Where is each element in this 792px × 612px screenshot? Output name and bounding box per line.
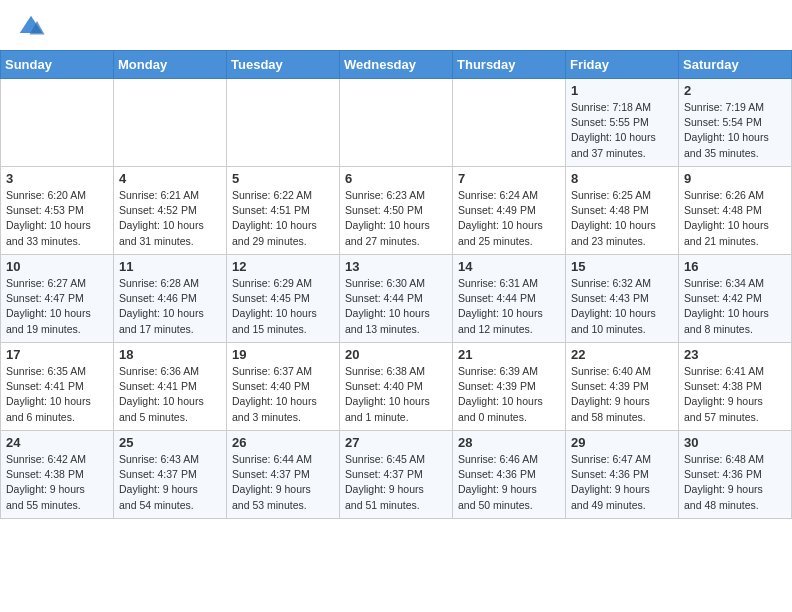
day-cell: 9Sunrise: 6:26 AM Sunset: 4:48 PM Daylig… xyxy=(679,167,792,255)
week-row-1: 1Sunrise: 7:18 AM Sunset: 5:55 PM Daylig… xyxy=(1,79,792,167)
day-number: 21 xyxy=(458,347,560,362)
day-number: 10 xyxy=(6,259,108,274)
day-cell xyxy=(1,79,114,167)
day-number: 14 xyxy=(458,259,560,274)
day-cell: 21Sunrise: 6:39 AM Sunset: 4:39 PM Dayli… xyxy=(453,343,566,431)
day-number: 6 xyxy=(345,171,447,186)
day-number: 1 xyxy=(571,83,673,98)
day-info: Sunrise: 6:26 AM Sunset: 4:48 PM Dayligh… xyxy=(684,188,786,249)
day-cell: 18Sunrise: 6:36 AM Sunset: 4:41 PM Dayli… xyxy=(114,343,227,431)
day-info: Sunrise: 6:30 AM Sunset: 4:44 PM Dayligh… xyxy=(345,276,447,337)
col-header-saturday: Saturday xyxy=(679,51,792,79)
day-cell: 15Sunrise: 6:32 AM Sunset: 4:43 PM Dayli… xyxy=(566,255,679,343)
day-number: 30 xyxy=(684,435,786,450)
day-number: 18 xyxy=(119,347,221,362)
day-info: Sunrise: 6:42 AM Sunset: 4:38 PM Dayligh… xyxy=(6,452,108,513)
day-number: 11 xyxy=(119,259,221,274)
day-cell: 1Sunrise: 7:18 AM Sunset: 5:55 PM Daylig… xyxy=(566,79,679,167)
day-number: 12 xyxy=(232,259,334,274)
day-info: Sunrise: 6:31 AM Sunset: 4:44 PM Dayligh… xyxy=(458,276,560,337)
col-header-monday: Monday xyxy=(114,51,227,79)
calendar-header-row: SundayMondayTuesdayWednesdayThursdayFrid… xyxy=(1,51,792,79)
day-info: Sunrise: 6:36 AM Sunset: 4:41 PM Dayligh… xyxy=(119,364,221,425)
day-number: 28 xyxy=(458,435,560,450)
week-row-5: 24Sunrise: 6:42 AM Sunset: 4:38 PM Dayli… xyxy=(1,431,792,519)
day-number: 13 xyxy=(345,259,447,274)
week-row-3: 10Sunrise: 6:27 AM Sunset: 4:47 PM Dayli… xyxy=(1,255,792,343)
day-info: Sunrise: 7:18 AM Sunset: 5:55 PM Dayligh… xyxy=(571,100,673,161)
day-number: 24 xyxy=(6,435,108,450)
day-cell: 2Sunrise: 7:19 AM Sunset: 5:54 PM Daylig… xyxy=(679,79,792,167)
calendar: SundayMondayTuesdayWednesdayThursdayFrid… xyxy=(0,50,792,519)
day-cell: 20Sunrise: 6:38 AM Sunset: 4:40 PM Dayli… xyxy=(340,343,453,431)
day-info: Sunrise: 6:24 AM Sunset: 4:49 PM Dayligh… xyxy=(458,188,560,249)
day-number: 27 xyxy=(345,435,447,450)
day-cell: 13Sunrise: 6:30 AM Sunset: 4:44 PM Dayli… xyxy=(340,255,453,343)
day-cell: 10Sunrise: 6:27 AM Sunset: 4:47 PM Dayli… xyxy=(1,255,114,343)
day-cell xyxy=(453,79,566,167)
day-info: Sunrise: 6:20 AM Sunset: 4:53 PM Dayligh… xyxy=(6,188,108,249)
day-info: Sunrise: 6:23 AM Sunset: 4:50 PM Dayligh… xyxy=(345,188,447,249)
day-cell: 16Sunrise: 6:34 AM Sunset: 4:42 PM Dayli… xyxy=(679,255,792,343)
day-info: Sunrise: 7:19 AM Sunset: 5:54 PM Dayligh… xyxy=(684,100,786,161)
logo xyxy=(16,12,50,42)
day-number: 2 xyxy=(684,83,786,98)
day-info: Sunrise: 6:46 AM Sunset: 4:36 PM Dayligh… xyxy=(458,452,560,513)
day-cell: 30Sunrise: 6:48 AM Sunset: 4:36 PM Dayli… xyxy=(679,431,792,519)
day-number: 26 xyxy=(232,435,334,450)
day-cell: 17Sunrise: 6:35 AM Sunset: 4:41 PM Dayli… xyxy=(1,343,114,431)
day-cell: 27Sunrise: 6:45 AM Sunset: 4:37 PM Dayli… xyxy=(340,431,453,519)
day-cell: 12Sunrise: 6:29 AM Sunset: 4:45 PM Dayli… xyxy=(227,255,340,343)
day-info: Sunrise: 6:44 AM Sunset: 4:37 PM Dayligh… xyxy=(232,452,334,513)
day-info: Sunrise: 6:35 AM Sunset: 4:41 PM Dayligh… xyxy=(6,364,108,425)
day-number: 16 xyxy=(684,259,786,274)
day-info: Sunrise: 6:39 AM Sunset: 4:39 PM Dayligh… xyxy=(458,364,560,425)
day-number: 25 xyxy=(119,435,221,450)
day-number: 3 xyxy=(6,171,108,186)
day-info: Sunrise: 6:27 AM Sunset: 4:47 PM Dayligh… xyxy=(6,276,108,337)
day-cell: 14Sunrise: 6:31 AM Sunset: 4:44 PM Dayli… xyxy=(453,255,566,343)
col-header-wednesday: Wednesday xyxy=(340,51,453,79)
day-cell: 25Sunrise: 6:43 AM Sunset: 4:37 PM Dayli… xyxy=(114,431,227,519)
day-info: Sunrise: 6:22 AM Sunset: 4:51 PM Dayligh… xyxy=(232,188,334,249)
week-row-2: 3Sunrise: 6:20 AM Sunset: 4:53 PM Daylig… xyxy=(1,167,792,255)
day-cell: 29Sunrise: 6:47 AM Sunset: 4:36 PM Dayli… xyxy=(566,431,679,519)
day-cell: 19Sunrise: 6:37 AM Sunset: 4:40 PM Dayli… xyxy=(227,343,340,431)
day-info: Sunrise: 6:37 AM Sunset: 4:40 PM Dayligh… xyxy=(232,364,334,425)
day-cell: 22Sunrise: 6:40 AM Sunset: 4:39 PM Dayli… xyxy=(566,343,679,431)
day-cell: 4Sunrise: 6:21 AM Sunset: 4:52 PM Daylig… xyxy=(114,167,227,255)
day-info: Sunrise: 6:21 AM Sunset: 4:52 PM Dayligh… xyxy=(119,188,221,249)
day-cell: 7Sunrise: 6:24 AM Sunset: 4:49 PM Daylig… xyxy=(453,167,566,255)
day-cell: 26Sunrise: 6:44 AM Sunset: 4:37 PM Dayli… xyxy=(227,431,340,519)
day-info: Sunrise: 6:41 AM Sunset: 4:38 PM Dayligh… xyxy=(684,364,786,425)
day-info: Sunrise: 6:40 AM Sunset: 4:39 PM Dayligh… xyxy=(571,364,673,425)
day-info: Sunrise: 6:34 AM Sunset: 4:42 PM Dayligh… xyxy=(684,276,786,337)
col-header-tuesday: Tuesday xyxy=(227,51,340,79)
day-cell: 24Sunrise: 6:42 AM Sunset: 4:38 PM Dayli… xyxy=(1,431,114,519)
col-header-friday: Friday xyxy=(566,51,679,79)
day-cell: 28Sunrise: 6:46 AM Sunset: 4:36 PM Dayli… xyxy=(453,431,566,519)
day-info: Sunrise: 6:47 AM Sunset: 4:36 PM Dayligh… xyxy=(571,452,673,513)
day-number: 8 xyxy=(571,171,673,186)
day-cell: 6Sunrise: 6:23 AM Sunset: 4:50 PM Daylig… xyxy=(340,167,453,255)
day-cell xyxy=(227,79,340,167)
day-number: 20 xyxy=(345,347,447,362)
logo-icon xyxy=(16,12,46,42)
day-info: Sunrise: 6:48 AM Sunset: 4:36 PM Dayligh… xyxy=(684,452,786,513)
day-info: Sunrise: 6:43 AM Sunset: 4:37 PM Dayligh… xyxy=(119,452,221,513)
day-cell xyxy=(114,79,227,167)
day-cell: 5Sunrise: 6:22 AM Sunset: 4:51 PM Daylig… xyxy=(227,167,340,255)
week-row-4: 17Sunrise: 6:35 AM Sunset: 4:41 PM Dayli… xyxy=(1,343,792,431)
day-info: Sunrise: 6:29 AM Sunset: 4:45 PM Dayligh… xyxy=(232,276,334,337)
day-number: 19 xyxy=(232,347,334,362)
day-info: Sunrise: 6:45 AM Sunset: 4:37 PM Dayligh… xyxy=(345,452,447,513)
day-number: 17 xyxy=(6,347,108,362)
day-info: Sunrise: 6:38 AM Sunset: 4:40 PM Dayligh… xyxy=(345,364,447,425)
day-number: 5 xyxy=(232,171,334,186)
page-header xyxy=(0,0,792,50)
day-number: 23 xyxy=(684,347,786,362)
col-header-sunday: Sunday xyxy=(1,51,114,79)
day-number: 9 xyxy=(684,171,786,186)
day-cell: 23Sunrise: 6:41 AM Sunset: 4:38 PM Dayli… xyxy=(679,343,792,431)
day-cell xyxy=(340,79,453,167)
